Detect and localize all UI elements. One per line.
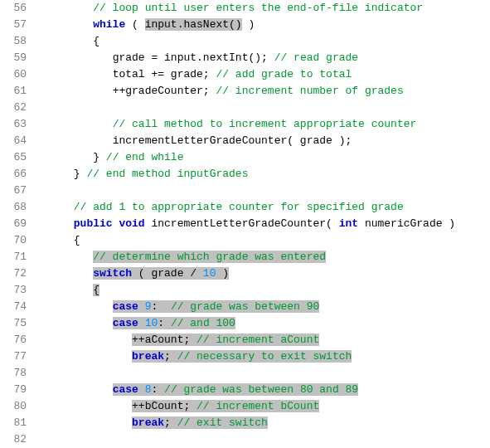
line-content: } // end method inputGrades: [35, 166, 490, 183]
code-line: 78: [0, 365, 490, 382]
line-content: while ( input.hasNext() ): [35, 17, 490, 33]
line-number: 61: [0, 83, 35, 100]
line-number: 60: [0, 66, 35, 83]
line-number: 57: [0, 17, 35, 33]
line-content: {: [35, 33, 490, 50]
code-line: 74 case 9: // grade was between 90: [0, 299, 490, 315]
line-content: {: [35, 282, 490, 299]
code-line: 77 break; // necessary to exit switch: [0, 348, 490, 365]
line-number: 58: [0, 33, 35, 50]
code-line: 66 } // end method inputGrades: [0, 166, 490, 183]
line-content: [35, 365, 490, 382]
code-line: 61 ++gradeCounter; // increment number o…: [0, 83, 490, 100]
code-line: 69 public void incrementLetterGradeCount…: [0, 216, 490, 232]
line-content: incrementLetterGradeCounter( grade );: [35, 133, 490, 149]
line-number: 75: [0, 315, 35, 332]
code-line: 64 incrementLetterGradeCounter( grade );: [0, 133, 490, 149]
code-line: 59 grade = input.nextInt(); // read grad…: [0, 50, 490, 66]
code-line: 58 {: [0, 33, 490, 50]
code-line: 65 } // end while: [0, 149, 490, 166]
line-content: [35, 431, 490, 448]
code-line: 62: [0, 100, 490, 116]
line-content: // add 1 to appropriate counter for spec…: [35, 199, 490, 216]
line-number: 59: [0, 50, 35, 66]
code-line: 71 // determine which grade was entered: [0, 249, 490, 265]
line-number: 71: [0, 249, 35, 265]
code-line: 80 ++bCount; // increment bCount: [0, 398, 490, 415]
line-content: } // end while: [35, 149, 490, 166]
line-content: break; // necessary to exit switch: [35, 348, 490, 365]
code-line: 60 total += grade; // add grade to total: [0, 66, 490, 83]
code-line: 68 // add 1 to appropriate counter for s…: [0, 199, 490, 216]
code-line: 81 break; // exit switch: [0, 415, 490, 431]
line-content: case 8: // grade was between 80 and 89: [35, 382, 490, 398]
code-line: 63 // call method to increment appropria…: [0, 116, 490, 133]
line-content: // call method to increment appropriate …: [35, 116, 490, 133]
code-line: 72 switch ( grade / 10 ): [0, 265, 490, 282]
line-content: [35, 100, 490, 116]
code-line: 79 case 8: // grade was between 80 and 8…: [0, 382, 490, 398]
line-content: total += grade; // add grade to total: [35, 66, 490, 83]
line-content: // determine which grade was entered: [35, 249, 490, 265]
line-content: grade = input.nextInt(); // read grade: [35, 50, 490, 66]
line-number: 65: [0, 149, 35, 166]
code-line: 82: [0, 431, 490, 448]
line-content: {: [35, 232, 490, 249]
line-number: 64: [0, 133, 35, 149]
line-number: 79: [0, 382, 35, 398]
line-content: ++aCount; // increment aCount: [35, 332, 490, 348]
line-number: 73: [0, 282, 35, 299]
line-content: break; // exit switch: [35, 415, 490, 431]
line-content: // loop until user enters the end-of-fil…: [35, 0, 490, 17]
line-number: 70: [0, 232, 35, 249]
code-line: 57 while ( input.hasNext() ): [0, 17, 490, 33]
code-line: 75 case 10: // and 100: [0, 315, 490, 332]
line-number: 66: [0, 166, 35, 183]
code-listing: 56 // loop until user enters the end-of-…: [0, 0, 490, 448]
line-number: 78: [0, 365, 35, 382]
line-number: 77: [0, 348, 35, 365]
line-number: 69: [0, 216, 35, 232]
line-number: 76: [0, 332, 35, 348]
line-content: ++bCount; // increment bCount: [35, 398, 490, 415]
code-line: 73 {: [0, 282, 490, 299]
line-number: 72: [0, 265, 35, 282]
code-line: 70 {: [0, 232, 490, 249]
line-content: [35, 183, 490, 199]
code-line: 56 // loop until user enters the end-of-…: [0, 0, 490, 17]
line-number: 80: [0, 398, 35, 415]
line-content: case 10: // and 100: [35, 315, 490, 332]
line-number: 63: [0, 116, 35, 133]
line-number: 68: [0, 199, 35, 216]
line-number: 67: [0, 183, 35, 199]
line-number: 81: [0, 415, 35, 431]
code-line: 67: [0, 183, 490, 199]
code-line: 76 ++aCount; // increment aCount: [0, 332, 490, 348]
line-number: 62: [0, 100, 35, 116]
line-number: 74: [0, 299, 35, 315]
line-number: 82: [0, 431, 35, 448]
line-content: case 9: // grade was between 90: [35, 299, 490, 315]
line-content: public void incrementLetterGradeCounter(…: [35, 216, 490, 232]
line-number: 56: [0, 0, 35, 17]
line-content: switch ( grade / 10 ): [35, 265, 490, 282]
line-content: ++gradeCounter; // increment number of g…: [35, 83, 490, 100]
